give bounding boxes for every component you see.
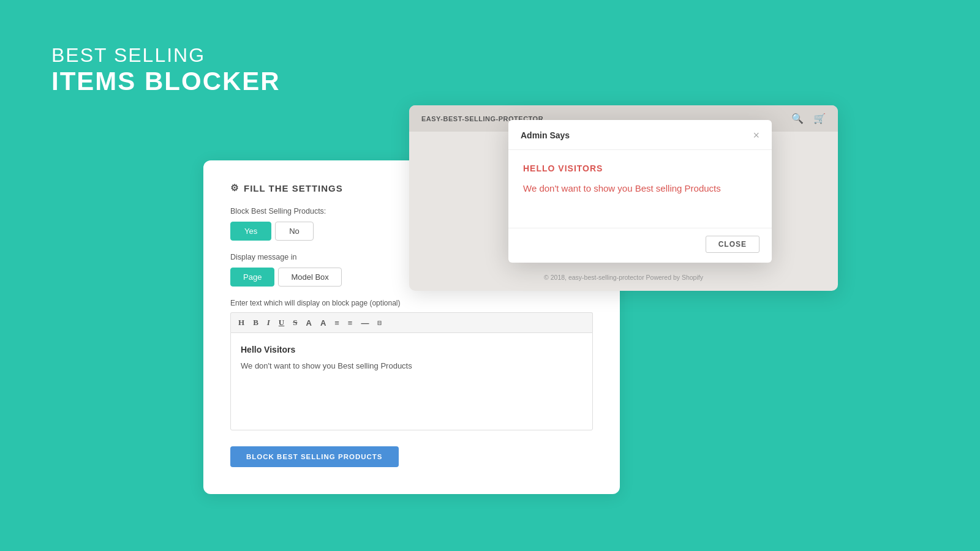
cart-icon[interactable]: 🛒 xyxy=(813,113,826,124)
settings-title-text: FILL THE SETTINGS xyxy=(244,183,343,193)
hero-line1: BEST SELLING xyxy=(51,44,281,67)
toolbar-code[interactable]: ⊟ xyxy=(376,318,383,328)
editor-content[interactable]: Hello Visitors We don't want to show you… xyxy=(230,332,593,430)
yes-button[interactable]: Yes xyxy=(230,222,271,241)
toolbar-ul[interactable]: ≡ xyxy=(347,318,354,328)
toolbar-b[interactable]: B xyxy=(252,317,260,328)
modal-close-x-button[interactable]: × xyxy=(753,130,760,141)
toolbar-s[interactable]: S xyxy=(292,317,298,328)
editor-toolbar: H B I U S A A ≡ ≡ — ⊟ xyxy=(230,312,593,332)
shopify-footer: © 2018, easy-best-selling-protector Powe… xyxy=(409,266,838,291)
modal-message: We don't want to show you Best selling P… xyxy=(523,182,757,196)
modal-dialog: Admin Says × HELLO VISITORS We don't wan… xyxy=(508,120,772,263)
no-button[interactable]: No xyxy=(275,222,314,241)
gear-icon: ⚙ xyxy=(230,182,239,193)
modal-footer: CLOSE xyxy=(508,228,772,263)
modal-title: Admin Says xyxy=(521,130,570,140)
toolbar-a[interactable]: A xyxy=(304,318,312,328)
editor-body: We don't want to show you Best selling P… xyxy=(241,360,582,373)
editor-heading: Hello Visitors xyxy=(241,343,582,356)
modal-hello: HELLO VISITORS xyxy=(523,163,757,173)
page-button[interactable]: Page xyxy=(230,268,274,287)
modelbox-button[interactable]: Model Box xyxy=(278,268,341,287)
shopify-icons: 🔍 🛒 xyxy=(791,113,826,124)
block-selling-button[interactable]: BLOCK BEST SELLING PRODUCTS xyxy=(230,446,399,467)
search-icon[interactable]: 🔍 xyxy=(791,113,804,124)
toolbar-u[interactable]: U xyxy=(277,317,285,328)
optional-label: Enter text which will display on block p… xyxy=(230,299,593,307)
modal-header: Admin Says × xyxy=(508,120,772,150)
toolbar-i[interactable]: I xyxy=(266,317,271,328)
toolbar-h[interactable]: H xyxy=(237,317,246,328)
hero-title: BEST SELLING ITEMS BLOCKER xyxy=(51,44,281,96)
toolbar-a2[interactable]: A xyxy=(319,318,327,328)
modal-close-button[interactable]: CLOSE xyxy=(706,236,760,253)
toolbar-ol[interactable]: ≡ xyxy=(333,318,341,328)
hero-line2: ITEMS BLOCKER xyxy=(51,67,281,96)
modal-body: HELLO VISITORS We don't want to show you… xyxy=(508,150,772,228)
toolbar-hr[interactable]: — xyxy=(360,318,370,328)
